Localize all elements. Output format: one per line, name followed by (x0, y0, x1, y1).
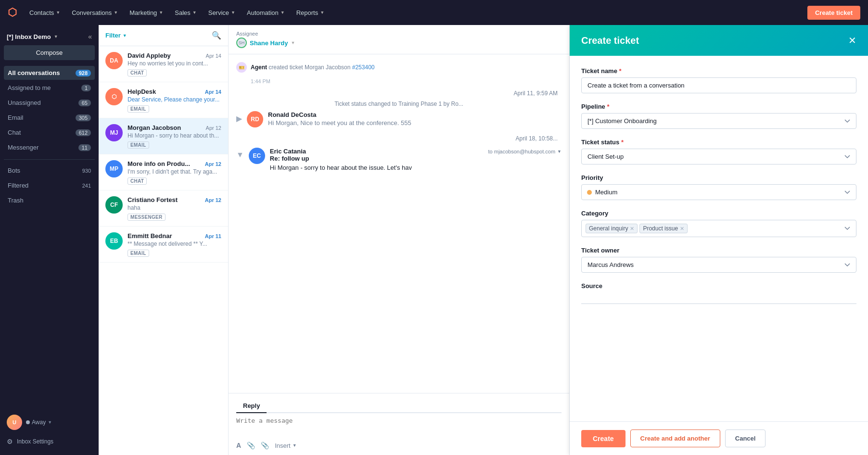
category-label: Category (581, 210, 856, 217)
list-item[interactable]: EB Emmitt Bednar Apr 11 ** Message not d… (99, 227, 228, 263)
message-bubble-row: ▼ EC Eric Catania to mjacobson@hubspot.c… (236, 148, 562, 171)
conv-tag: MESSENGER (128, 214, 166, 221)
conv-date: Apr 12 (206, 125, 221, 131)
message-bubble-row: ▶ RD Ronald DeCosta Hi Morgan, Nice to m… (236, 111, 562, 127)
conv-preview: ** Message not delivered ** Y... (128, 240, 221, 247)
inbox-settings-link[interactable]: ⚙ Inbox Settings (4, 434, 95, 449)
collapse-message-button[interactable]: ▶ (236, 111, 242, 123)
nav-item-service[interactable]: Service ▼ (204, 6, 240, 19)
ticket-status-label: Ticket status * (581, 139, 856, 146)
sidebar-item-filtered[interactable]: Filtered 241 (4, 178, 95, 192)
message-subject: Re: follow up (270, 155, 562, 162)
avatar: ⬡ (105, 88, 123, 105)
ticket-status-select[interactable]: Client Set-up (581, 149, 856, 164)
ticket-owner-select[interactable]: Marcus Andrews (581, 257, 856, 273)
form-group-ticket-status: Ticket status * Client Set-up (581, 139, 856, 164)
filter-button[interactable]: Filter ▼ (105, 32, 127, 39)
conv-tag: EMAIL (128, 141, 149, 149)
user-status-area[interactable]: U Away ▼ (4, 411, 95, 434)
hubspot-logo: ⬡ (8, 6, 17, 19)
time-divider: April 11, 9:59 AM (236, 90, 562, 97)
assigned-to-me-badge: 1 (81, 85, 91, 91)
recipient-info: to mjacobson@hubspot.com ▼ (488, 149, 562, 154)
form-group-category: Category General inquiry ✕ Product issue… (581, 210, 856, 237)
sidebar-item-assigned-to-me[interactable]: Assigned to me 1 (4, 81, 95, 95)
list-item[interactable]: MP More info on Produ... Apr 12 I'm sorr… (99, 154, 228, 190)
conv-tag: CHAT (128, 177, 147, 185)
nav-item-reports[interactable]: Reports ▼ (292, 6, 329, 19)
panel-footer: Create Create and add another Cancel (570, 421, 868, 455)
conv-tag: EMAIL (128, 105, 149, 113)
source-input[interactable] (581, 292, 856, 304)
priority-select[interactable]: Medium Low High (581, 184, 856, 200)
sender-name: Eric Catania (270, 148, 306, 155)
nav-item-marketing[interactable]: Marketing ▼ (125, 6, 168, 19)
create-ticket-panel: Create ticket ✕ Ticket name * Pipeline * (570, 25, 868, 455)
nav-item-sales[interactable]: Sales ▼ (170, 6, 201, 19)
all-conversations-badge: 928 (76, 70, 91, 76)
nav-item-automation[interactable]: Automation ▼ (242, 6, 290, 19)
avatar: MJ (105, 124, 123, 141)
sender-avatar: EC (249, 148, 265, 164)
sidebar-item-all-conversations[interactable]: All conversations 928 (4, 66, 95, 80)
sidebar-item-unassigned[interactable]: Unassigned 65 (4, 96, 95, 110)
assignee-label: Assignee (236, 31, 562, 37)
remove-category-icon[interactable]: ✕ (680, 226, 684, 232)
emoji-icon[interactable]: 📎 (261, 442, 269, 449)
compose-button[interactable]: Compose (4, 45, 95, 60)
search-icon[interactable]: 🔍 (212, 31, 221, 40)
panel-body: Ticket name * Pipeline * [*] Customer On… (570, 56, 868, 421)
form-group-pipeline: Pipeline * [*] Customer Onboarding (581, 103, 856, 129)
sidebar-item-chat[interactable]: Chat 612 (4, 126, 95, 139)
collapse-sidebar-button[interactable]: « (88, 33, 92, 40)
priority-label: Priority (581, 174, 856, 181)
sidebar: [*] Inbox Demo ▼ « Compose All conversat… (0, 25, 99, 455)
pipeline-select[interactable]: [*] Customer Onboarding (581, 113, 856, 129)
ticket-name-input[interactable] (581, 77, 856, 93)
list-item[interactable]: ⬡ HelpDesk Apr 14 Dear Service, Please c… (99, 82, 228, 118)
conv-date: Apr 14 (205, 89, 221, 95)
message-time: 1:44 PM (251, 78, 562, 84)
sidebar-item-trash[interactable]: Trash (4, 193, 95, 207)
nav-item-conversations[interactable]: Conversations ▼ (67, 6, 123, 19)
panel-header: Create ticket ✕ (570, 25, 868, 56)
list-item[interactable]: MJ Morgan Jacobson Apr 12 Hi Morgan - so… (99, 118, 228, 154)
conv-preview: Hi Morgan - sorry to hear about th... (128, 132, 221, 139)
ticket-owner-label: Ticket owner (581, 247, 856, 254)
font-icon[interactable]: A (236, 442, 241, 449)
panel-close-button[interactable]: ✕ (848, 35, 856, 46)
create-ticket-nav-button[interactable]: Create ticket (807, 6, 860, 20)
form-group-priority: Priority Medium Low High (581, 174, 856, 200)
insert-button[interactable]: Insert ▼ (275, 442, 296, 449)
category-field[interactable]: General inquiry ✕ Product issue ✕ (581, 220, 856, 237)
reply-tabs: Reply (236, 399, 562, 413)
list-item[interactable]: CF Cristiano Fortest Apr 12 haha MESSENG… (99, 190, 228, 227)
sidebar-item-bots[interactable]: Bots 930 (4, 164, 95, 177)
remove-category-icon[interactable]: ✕ (630, 226, 634, 232)
attachment-icon[interactable]: 📎 (247, 442, 255, 449)
assignee-selector[interactable]: SH Shane Hardy ▼ (236, 38, 562, 48)
tab-reply[interactable]: Reply (236, 399, 267, 413)
conv-name: More info on Produ... (128, 160, 190, 167)
category-tag: Product issue ✕ (639, 224, 688, 233)
conv-date: Apr 12 (205, 161, 221, 167)
reply-input[interactable] (236, 417, 562, 436)
conv-tag: EMAIL (128, 250, 149, 257)
form-group-ticket-owner: Ticket owner Marcus Andrews (581, 247, 856, 273)
list-item[interactable]: DA David Appleby Apr 14 Hey no worries l… (99, 46, 228, 82)
sidebar-item-email[interactable]: Email 305 (4, 111, 95, 125)
collapse-message-button[interactable]: ▼ (236, 148, 244, 159)
inbox-title[interactable]: [*] Inbox Demo ▼ (7, 33, 58, 40)
sidebar-item-messenger[interactable]: Messenger 11 (4, 140, 95, 154)
filtered-badge: 241 (82, 183, 91, 189)
pipeline-label: Pipeline * (581, 103, 856, 110)
user-avatar: U (7, 415, 22, 430)
conversation-list: Filter ▼ 🔍 DA David Appleby Apr 14 Hey n… (99, 25, 229, 455)
create-and-add-another-button[interactable]: Create and add another (630, 430, 720, 447)
cancel-button[interactable]: Cancel (725, 430, 766, 447)
filter-bar: Filter ▼ 🔍 (99, 25, 228, 46)
conv-date: Apr 14 (206, 53, 221, 59)
inbox-header: [*] Inbox Demo ▼ « (4, 31, 95, 45)
nav-item-contacts[interactable]: Contacts ▼ (25, 6, 65, 19)
create-button[interactable]: Create (581, 430, 625, 447)
